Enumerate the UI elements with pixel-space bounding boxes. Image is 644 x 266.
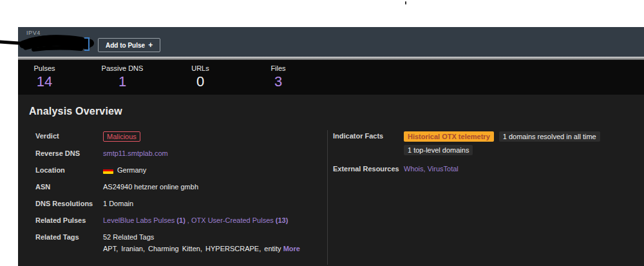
verdict-badge: Malicious	[103, 131, 140, 142]
related-tags-summary: 52 Related Tags	[103, 233, 300, 242]
stat-label: Pulses	[19, 64, 70, 72]
dns-resolutions-row: DNS Resolutions 1 Domain	[35, 199, 316, 209]
stray-dot	[405, 1, 406, 5]
location-row: Location Germany	[35, 166, 316, 175]
related-tags-row: Related Tags 52 Related Tags APT, Irania…	[35, 233, 316, 254]
stat-urls[interactable]: URLs 0	[175, 60, 226, 95]
stats-bar: Pulses 14 Passive DNS 1 URLs 0 Files 3	[18, 60, 644, 95]
plus-icon: +	[148, 41, 153, 50]
location-label: Location	[35, 166, 103, 175]
reverse-dns-link[interactable]: smtp11.smtplab.com	[103, 149, 168, 157]
reverse-dns-label: Reverse DNS	[35, 149, 103, 158]
fact-chip: 1 top-level domains	[404, 145, 473, 155]
add-to-pulse-button[interactable]: Add to Pulse +	[98, 38, 160, 52]
pulse-link-separator: ,	[185, 216, 191, 224]
stat-passive-dns[interactable]: Passive DNS 1	[97, 60, 148, 95]
external-resources-row: External Resources Whois, VirusTotal	[333, 164, 638, 174]
verdict-label: Verdict	[35, 131, 103, 141]
telemetry-badge: Historical OTX telemetry	[404, 131, 494, 142]
asn-row: ASN AS24940 hetzner online gmbh	[35, 182, 316, 192]
whois-link[interactable]: Whois	[404, 165, 424, 173]
verdict-row: Verdict Malicious	[35, 131, 316, 142]
virustotal-link[interactable]: VirusTotal	[428, 165, 459, 173]
asn-value: AS24940 hetzner online gmbh	[103, 182, 198, 192]
stat-value: 1	[97, 73, 148, 90]
tags-more-link[interactable]: More	[283, 245, 300, 252]
related-tags-label: Related Tags	[35, 233, 103, 242]
location-country: Germany	[117, 166, 146, 174]
asn-label: ASN	[35, 182, 103, 192]
redacted-ip-scribble	[0, 27, 113, 57]
stat-value: 0	[175, 73, 226, 90]
stat-label: Passive DNS	[97, 64, 148, 72]
dns-resolutions-label: DNS Resolutions	[35, 199, 103, 209]
dns-resolutions-value: 1 Domain	[103, 199, 133, 209]
page-title: Analysis Overview	[29, 106, 644, 117]
related-pulses-label: Related Pulses	[35, 216, 103, 225]
related-tags-list: APT, Iranian, Charming Kitten, HYPERSCRA…	[103, 245, 281, 252]
fact-chip: 1 domains resolved in all time	[499, 131, 600, 142]
add-to-pulse-label: Add to Pulse	[106, 42, 145, 49]
stat-label: URLs	[175, 64, 226, 72]
user-created-pulses-link[interactable]: OTX User-Created Pulses (13)	[191, 216, 288, 224]
stat-value: 14	[19, 73, 70, 90]
reverse-dns-row: Reverse DNS smtp11.smtplab.com	[35, 149, 316, 158]
stat-label: Files	[252, 64, 304, 72]
analysis-overview-section: Analysis Overview Verdict Malicious Reve…	[18, 95, 644, 266]
stat-value: 3	[252, 73, 304, 90]
stat-pulses[interactable]: Pulses 14	[19, 60, 70, 95]
levelblue-pulses-link[interactable]: LevelBlue Labs Pulses (1)	[103, 216, 185, 224]
indicator-header: IPV4 Add to Pulse +	[18, 27, 644, 57]
indicator-panel: IPV4 Add to Pulse + Pulses 14 Passive DN…	[18, 27, 644, 266]
overview-right-column: Indicator Facts Historical OTX telemetry…	[328, 130, 644, 265]
related-pulses-row: Related Pulses LevelBlue Labs Pulses (1)…	[35, 216, 316, 225]
stat-files[interactable]: Files 3	[252, 60, 304, 95]
overview-left-column: Verdict Malicious Reverse DNS smtp11.smt…	[29, 130, 328, 265]
indicator-facts-label: Indicator Facts	[333, 131, 404, 141]
germany-flag-icon	[103, 167, 113, 174]
indicator-facts-row: Indicator Facts Historical OTX telemetry…	[333, 131, 638, 155]
external-resources-label: External Resources	[333, 164, 404, 174]
